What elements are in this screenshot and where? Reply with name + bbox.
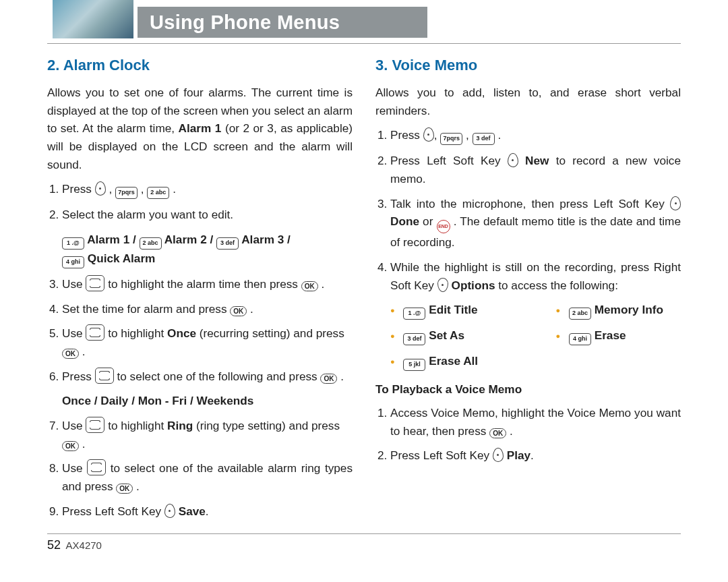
playback-step-1: Access Voice Memo, highlight the Voice M… [390, 404, 681, 440]
save-label: Save [179, 504, 206, 518]
nav-key-icon [86, 324, 104, 341]
vstep3a: Talk into the microphone, then press Lef… [390, 197, 670, 210]
voice-steps: Press , 7pqrs , 3 def . Press Left Soft … [375, 126, 681, 294]
key-7-icon: 7pqrs [440, 133, 462, 145]
new-label: New [525, 154, 549, 167]
right-column: 3. Voice Memo Allows you to add, listen … [375, 54, 681, 527]
step5a: Use [62, 326, 86, 340]
header-decorative-image [53, 0, 133, 38]
opt-erase-all: 5 jkl Erase All [390, 352, 516, 371]
playback-subhead: To Playback a Voice Memo [375, 380, 681, 399]
left-column: 2. Alarm Clock Allows you to set one of … [47, 54, 353, 527]
step5d: (recurring setting) and press [200, 326, 344, 340]
ok-key-icon: OK [320, 374, 337, 384]
alarm-options-block: 1 .@ Alarm 1 / 2 abc Alarm 2 / 3 def Ala… [62, 231, 353, 268]
ring-label: Ring [167, 419, 193, 432]
opt-edit-title: 1 .@ Edit Title [390, 301, 516, 320]
alarm-step-7: Use to highlight Ring (ring type setting… [62, 417, 353, 453]
left-soft-key-icon [423, 127, 434, 142]
opt-memory-info: 2 abc Memory Info [556, 301, 681, 320]
ok-key-icon: OK [62, 349, 79, 359]
page-number: 52 [47, 538, 61, 552]
key-2-icon: 2 abc [147, 187, 169, 199]
done-label: Done [390, 214, 419, 228]
quick-alarm-label: Quick Alarm [88, 252, 156, 265]
ok-key-icon: OK [489, 428, 506, 438]
step8a: Use [62, 461, 87, 475]
page-title: Using Phone Menus [138, 7, 427, 38]
alarm-step-2: Select the alarm you want to edit. [62, 206, 353, 224]
voice-step-2: Press Left Soft Key New to record a new … [390, 152, 681, 187]
opt-erase: 4 ghi Erase [556, 326, 681, 345]
left-soft-key-icon [493, 448, 504, 462]
nav-key-icon [87, 459, 106, 475]
pb2a: Press Left Soft Key [390, 448, 493, 462]
step3a: Use [62, 277, 86, 291]
key-2-icon: 2 abc [140, 237, 162, 250]
alarm-step-9: Press Left Soft Key Save. [62, 502, 353, 521]
alarm-step-4: Set the time for alarm and press OK . [62, 300, 353, 318]
alarm-steps-cont: Use to highlight the alarm time then pre… [47, 275, 353, 385]
alarm-step-6: Press to select one of the following and… [62, 368, 353, 386]
recurring-options: Once / Daily / Mon - Fri / Weekends [62, 392, 353, 410]
step3b: to highlight the alarm time then press [108, 277, 301, 291]
playback-step-2: Press Left Soft Key Play. [390, 446, 681, 465]
voice-step-3: Talk into the microphone, then press Lef… [390, 195, 681, 252]
vstep1: Press [390, 128, 423, 142]
step9a: Press Left Soft Key [62, 504, 164, 518]
alarm-step-8: Use to select one of the available alarm… [62, 459, 353, 495]
alarm-steps-cont2: Use to highlight Ring (ring type setting… [47, 417, 353, 520]
step4: Set the time for alarm and press [62, 302, 230, 316]
key-1-icon: 1 .@ [62, 237, 84, 250]
nav-key-icon [95, 368, 114, 384]
intro-alarm1-label: Alarm 1 [179, 121, 222, 135]
header-rule [47, 43, 681, 44]
opt-set-as: 3 def Set As [390, 326, 516, 345]
pb1: Access Voice Memo, highlight the Voice M… [390, 406, 681, 438]
key-3-icon: 3 def [403, 333, 425, 345]
edit-title-label: Edit Title [429, 303, 477, 316]
key-5-icon: 5 jkl [403, 359, 425, 371]
alarm3-label: Alarm 3 / [241, 233, 291, 246]
ok-key-icon: OK [301, 281, 318, 291]
nav-key-icon [86, 275, 104, 291]
left-soft-key-icon [508, 153, 518, 167]
key-3-icon: 3 def [216, 237, 239, 250]
voice-intro: Allows you to add, listen to, and erase … [375, 84, 681, 119]
alarm-step-1: Press , 7pqrs , 2 abc . [62, 180, 353, 199]
key-2-icon: 2 abc [569, 308, 591, 320]
memory-info-label: Memory Info [595, 303, 663, 316]
set-as-label: Set As [429, 328, 464, 342]
voice-step-1: Press , 7pqrs , 3 def . [390, 126, 681, 145]
alarm-steps: Press , 7pqrs , 2 abc . Select the alarm… [47, 180, 353, 224]
step6a: Press [62, 370, 95, 383]
step7b: to highlight [108, 419, 167, 432]
key-7-icon: 7pqrs [115, 187, 138, 199]
right-soft-key-icon [437, 278, 448, 292]
left-soft-key-icon [164, 504, 175, 518]
alarm-intro: Allows you to set one of four alarms. Th… [47, 84, 353, 173]
once-label: Once [167, 326, 196, 340]
playback-steps: Access Voice Memo, highlight the Voice M… [375, 404, 681, 465]
page-footer: 52 AX4270 [47, 534, 681, 552]
key-1-icon: 1 .@ [403, 308, 425, 320]
alarm-step-3: Use to highlight the alarm time then pre… [62, 275, 353, 293]
model-number: AX4270 [66, 540, 102, 551]
voice-step-4: While the highlight is still on the reco… [390, 258, 681, 294]
ok-key-icon: OK [62, 441, 79, 451]
options-label: Options [452, 279, 495, 292]
step5b: to highlight [108, 326, 167, 340]
nav-key-icon [86, 417, 104, 433]
section-heading-voice-memo: 3. Voice Memo [375, 54, 681, 77]
ok-key-icon: OK [230, 306, 247, 316]
section-heading-alarm-clock: 2. Alarm Clock [47, 54, 353, 77]
step6b: to select one of the following and press [117, 370, 321, 383]
key-4-icon: 4 ghi [62, 256, 84, 268]
vstep3c: or [423, 214, 436, 228]
page-header: Using Phone Menus [47, 0, 681, 46]
ok-key-icon: OK [116, 484, 133, 494]
play-label: Play [507, 448, 530, 462]
voice-options-list: 1 .@ Edit Title 3 def Set As 5 jkl Erase… [390, 301, 681, 371]
left-soft-key-icon [670, 196, 681, 210]
step7a: Use [62, 419, 86, 432]
